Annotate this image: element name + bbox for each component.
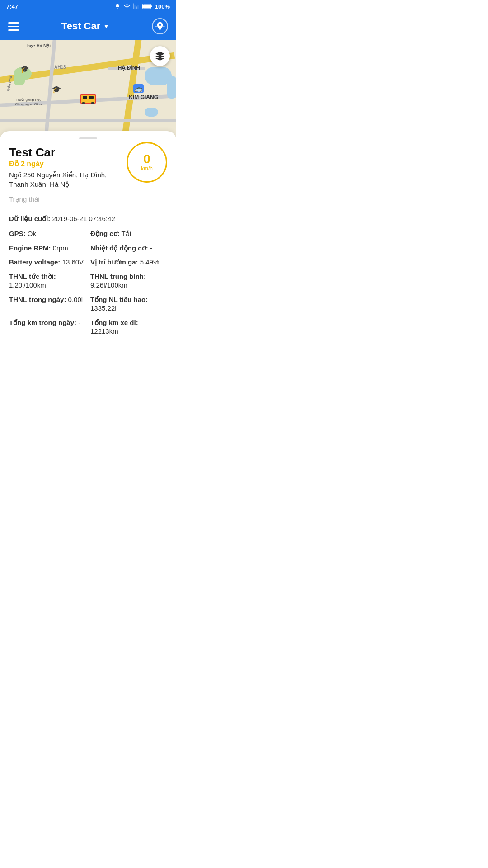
- data-item: Nhiệt độ động cơ: -: [90, 244, 167, 253]
- vehicle-title: Test Car: [61, 20, 100, 32]
- car-name: Test Car: [9, 146, 117, 160]
- map-label-hanoi: học Hà Nội: [27, 43, 51, 48]
- data-item: Tổng km xe đi: 12213km: [90, 318, 167, 336]
- svg-rect-6: [89, 96, 94, 99]
- last-data-value: 2019-06-21 07:46:42: [52, 215, 115, 222]
- car-address: Ngõ 250 Nguyễn Xiển, Hạ Đình, Thanh Xuân…: [9, 170, 117, 189]
- data-item: Tổng NL tiêu hao: 1335.22l: [90, 295, 167, 313]
- data-item: GPS: Ok: [9, 229, 86, 238]
- data-grid: GPS: OkĐộng cơ: TắtEngine RPM: 0rpmNhiệt…: [9, 229, 167, 336]
- data-item: Động cơ: Tắt: [90, 229, 167, 238]
- layer-icon: [155, 51, 165, 61]
- car-title-block: Test Car Đỗ 2 ngày Ngõ 250 Nguyễn Xiển, …: [9, 146, 117, 189]
- last-data-row: Dữ liệu cuối: 2019-06-21 07:46:42: [9, 215, 167, 223]
- svg-rect-1: [143, 5, 150, 9]
- data-item: THNL trong ngày: 0.00l: [9, 295, 86, 313]
- svg-point-2: [159, 25, 161, 27]
- data-item: THNL trung bình: 9.26l/100km: [90, 272, 167, 290]
- location-target-icon: [155, 21, 165, 31]
- last-data-label: Dữ liệu cuối:: [9, 215, 50, 222]
- data-item: Engine RPM: 0rpm: [9, 244, 86, 253]
- map-label-truong: Trường Đại học Công nghệ Giao: [13, 98, 44, 107]
- alarm-icon: [114, 3, 121, 9]
- status-icons: 100%: [114, 3, 170, 10]
- battery-percent: 100%: [155, 3, 170, 10]
- data-item: THNL tức thời: 1.20l/100km: [9, 272, 86, 290]
- road-gray-3: [0, 119, 176, 122]
- panel-handle[interactable]: [79, 137, 97, 139]
- speed-unit: km/h: [141, 165, 153, 172]
- wifi-icon: [123, 3, 131, 9]
- title-dropdown-arrow: ▼: [103, 23, 109, 30]
- map-label-hadin: HẠ ĐÌNH: [118, 65, 140, 71]
- car-title-row: Test Car Đỗ 2 ngày Ngõ 250 Nguyễn Xiển, …: [9, 146, 167, 189]
- hamburger-menu[interactable]: [8, 22, 19, 31]
- top-bar: Test Car ▼: [0, 13, 176, 40]
- speed-indicator: 0 km/h: [127, 142, 167, 183]
- top-bar-title-area[interactable]: Test Car ▼: [61, 20, 109, 32]
- car-status: Đỗ 2 ngày: [9, 160, 117, 168]
- svg-rect-5: [83, 96, 87, 99]
- data-item: Battery voltage: 13.60V: [9, 258, 86, 267]
- battery-icon: [142, 4, 152, 9]
- map-green-area2: [14, 76, 25, 85]
- status-bar: 7:47 100%: [0, 0, 176, 13]
- location-button[interactable]: [152, 18, 168, 34]
- svg-point-7: [82, 102, 85, 104]
- signal-icon: [133, 3, 140, 9]
- speed-value: 0: [143, 153, 150, 165]
- map-blue-river: [167, 76, 176, 99]
- layer-toggle-button[interactable]: [150, 46, 170, 66]
- status-label: Trạng thái: [9, 195, 167, 209]
- bus-stop-icon: 🚌: [133, 84, 144, 93]
- map-label-kimgiang: KIM GIANG: [129, 94, 158, 100]
- data-item: Vị trí bướm ga: 5.49%: [90, 258, 167, 267]
- status-time: 7:47: [6, 3, 18, 10]
- map-pin-1: 🎓: [20, 65, 29, 73]
- info-panel: Test Car Đỗ 2 ngày Ngõ 250 Nguyễn Xiển, …: [0, 131, 176, 345]
- map-label-ah13: AH13: [54, 65, 66, 70]
- vehicle-marker: [79, 93, 95, 104]
- map-pin-2: 🎓: [52, 85, 61, 94]
- svg-point-8: [91, 102, 94, 104]
- data-item: Tổng km trong ngày: -: [9, 318, 86, 336]
- map-blue-water2: [145, 108, 158, 117]
- data-section: Dữ liệu cuối: 2019-06-21 07:46:42 GPS: O…: [9, 209, 167, 336]
- map-view[interactable]: học Hà Nội AH13 HẠ ĐÌNH KIM GIANG Trần P…: [0, 40, 176, 139]
